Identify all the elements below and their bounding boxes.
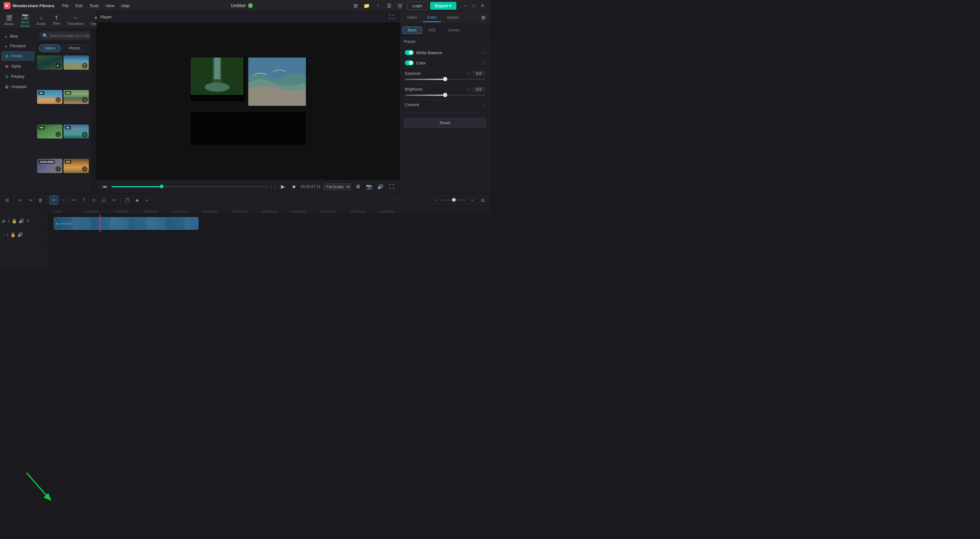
zoom-thumb[interactable] bbox=[452, 198, 456, 202]
nav-item-giphy[interactable]: ⊕ Giphy bbox=[1, 61, 35, 71]
zoom-controls: − + ⊞ bbox=[431, 195, 487, 205]
zoom-out-btn[interactable]: − bbox=[431, 195, 440, 205]
subtab-curves[interactable]: Curves bbox=[443, 27, 465, 34]
tl-delete-btn[interactable]: 🗑 bbox=[36, 195, 45, 205]
nav-item-pexels[interactable]: ⊕ Pexels bbox=[1, 51, 35, 61]
cart-btn[interactable]: 🛒 bbox=[396, 1, 405, 10]
screen-layout-btn[interactable]: ⊞ bbox=[351, 1, 360, 10]
player-area bbox=[97, 23, 400, 179]
menu-btn[interactable]: ☰ bbox=[385, 1, 393, 10]
export-button[interactable]: Export ▾ bbox=[430, 2, 457, 10]
tl-undo-btn[interactable]: ↩ bbox=[16, 195, 25, 205]
filter-tab-videos[interactable]: Videos bbox=[39, 44, 61, 52]
timeline-tracks: ▶ unnamed ✕ Click to split (Ctrl+B) Drag… bbox=[48, 214, 490, 270]
zoom-in-btn[interactable]: + bbox=[468, 195, 477, 205]
login-button[interactable]: Login bbox=[407, 2, 428, 10]
tab-audio[interactable]: ♪ Audio bbox=[33, 13, 49, 27]
media-thumb-1[interactable]: ▶ bbox=[37, 55, 62, 70]
tl-color-btn[interactable]: ◎ bbox=[99, 195, 108, 205]
tab-stock-media[interactable]: 📷 Stock Media bbox=[18, 11, 33, 30]
search-input-wrap[interactable]: 🔍 bbox=[39, 32, 90, 40]
sidebar-collapse-btn[interactable]: ‹ bbox=[90, 29, 96, 193]
white-balance-toggle[interactable] bbox=[405, 50, 414, 55]
minimize-btn[interactable]: ─ bbox=[461, 2, 469, 10]
reset-button[interactable]: Reset bbox=[404, 117, 486, 128]
quality-select[interactable]: Full Quality 1/2 Quality 1/4 Quality bbox=[323, 183, 351, 190]
menu-tools[interactable]: Tools bbox=[86, 2, 102, 10]
monitor-btn[interactable]: 🖥 bbox=[353, 182, 362, 191]
maximize-btn[interactable]: □ bbox=[470, 2, 477, 10]
menu-view[interactable]: View bbox=[102, 2, 118, 10]
zoom-slider[interactable] bbox=[441, 200, 466, 201]
exposure-slider[interactable] bbox=[405, 79, 485, 80]
nav-item-mine[interactable]: ▶ Mine bbox=[1, 32, 35, 41]
media-thumb-4[interactable]: HD ⏱ bbox=[64, 90, 89, 104]
search-input[interactable] bbox=[49, 33, 90, 38]
progress-bar[interactable] bbox=[111, 186, 269, 187]
tl-keyframe-btn[interactable]: ◆ bbox=[132, 195, 142, 205]
media-thumb-7[interactable]: 2160x4096 ↓ bbox=[37, 159, 62, 173]
player-fullscreen-btn[interactable]: ⛶ bbox=[387, 13, 396, 21]
menu-file[interactable]: File bbox=[59, 2, 72, 10]
nav-unsplash-label: Unsplash bbox=[11, 85, 27, 89]
exposure-thumb[interactable] bbox=[443, 77, 447, 81]
stop-btn[interactable]: ■ bbox=[290, 182, 298, 191]
progress-handle[interactable] bbox=[160, 184, 164, 188]
skip-back-btn[interactable]: ⏮ bbox=[100, 182, 109, 191]
badge-5: HD bbox=[38, 126, 45, 130]
expand-btn[interactable]: ⛶ bbox=[387, 182, 396, 191]
video-clip[interactable]: ▶ unnamed bbox=[54, 217, 199, 230]
play-btn[interactable]: ▶ bbox=[278, 182, 287, 191]
menu-edit[interactable]: Edit bbox=[72, 2, 85, 10]
tab-video[interactable]: Video bbox=[402, 13, 422, 22]
menu-help[interactable]: Help bbox=[118, 2, 133, 10]
tab-color[interactable]: Color bbox=[423, 13, 441, 22]
tl-split-btn[interactable]: ✂ bbox=[49, 195, 59, 205]
tl-text-btn[interactable]: T bbox=[79, 195, 89, 205]
media-thumb-6[interactable]: 4K ⏱ bbox=[64, 124, 89, 139]
share-btn[interactable]: ↑ bbox=[374, 1, 382, 10]
subtab-basic[interactable]: Basic bbox=[402, 27, 422, 34]
tl-crop-btn[interactable]: ↕ bbox=[59, 195, 68, 205]
color-toggle[interactable] bbox=[405, 60, 414, 65]
volume-btn[interactable]: 🔊 bbox=[376, 182, 385, 191]
tab-titles[interactable]: T Titles bbox=[49, 13, 64, 27]
tl-speed-btn[interactable]: ⊙ bbox=[89, 195, 99, 205]
audio-lock-icon[interactable]: 🔒 bbox=[10, 232, 16, 237]
screenshot-btn[interactable]: 📷 bbox=[365, 182, 374, 191]
nav-item-filmstock[interactable]: ▶ Filmstock bbox=[1, 41, 35, 51]
giphy-icon: ⊕ bbox=[5, 64, 9, 69]
brightness-thumb[interactable] bbox=[443, 93, 447, 97]
media-thumb-8[interactable]: HD ↓ bbox=[64, 159, 89, 173]
project-assets-btn[interactable]: 📁 bbox=[362, 1, 371, 10]
tl-trim-btn[interactable]: ✂ bbox=[69, 195, 78, 205]
media-thumb-3[interactable]: 4K ↓ bbox=[37, 90, 62, 104]
filter-tab-photos[interactable]: Photos bbox=[63, 44, 85, 52]
play-icon-1: ▶ bbox=[56, 63, 61, 68]
nav-giphy-label: Giphy bbox=[11, 64, 21, 68]
nav-item-unsplash[interactable]: ⊕ Unsplash bbox=[1, 82, 35, 92]
nav-item-pixabay[interactable]: ⊕ Pixabay bbox=[1, 71, 35, 82]
track-lock-icon[interactable]: 🔒 bbox=[11, 219, 17, 224]
search-icon: 🔍 bbox=[43, 33, 48, 38]
close-btn[interactable]: ✕ bbox=[479, 2, 486, 10]
tl-stabilize-btn[interactable]: ≡ bbox=[109, 195, 118, 205]
tab-media[interactable]: 🎬 Media bbox=[1, 13, 17, 28]
tl-redo-btn[interactable]: ↪ bbox=[26, 195, 35, 205]
tl-audio-btn[interactable]: 🎵 bbox=[123, 195, 132, 205]
subtab-hsl[interactable]: HSL bbox=[423, 27, 441, 34]
brightness-slider[interactable] bbox=[405, 95, 485, 96]
tl-more-btn[interactable]: » bbox=[142, 195, 152, 205]
zoom-fit-btn[interactable]: ⊞ bbox=[478, 195, 487, 205]
tab-speed[interactable]: Speed bbox=[442, 13, 463, 22]
playhead[interactable]: ✕ Click to split (Ctrl+B) Drag to move p… bbox=[100, 214, 100, 233]
tab-transitions[interactable]: ↔ Transitions bbox=[64, 13, 87, 27]
svg-marker-0 bbox=[6, 4, 8, 7]
track-volume-icon[interactable]: 🔊 bbox=[19, 219, 24, 224]
panel-settings-btn[interactable]: ⊞ bbox=[479, 13, 487, 22]
tl-grid-btn[interactable]: ⊞ bbox=[3, 195, 12, 205]
audio-volume-icon[interactable]: 🔊 bbox=[18, 232, 23, 237]
media-thumb-2[interactable]: ⏱ bbox=[64, 55, 89, 70]
track-eye-icon[interactable]: 👁 bbox=[26, 219, 30, 224]
media-thumb-5[interactable]: HD ↓ bbox=[37, 124, 62, 139]
